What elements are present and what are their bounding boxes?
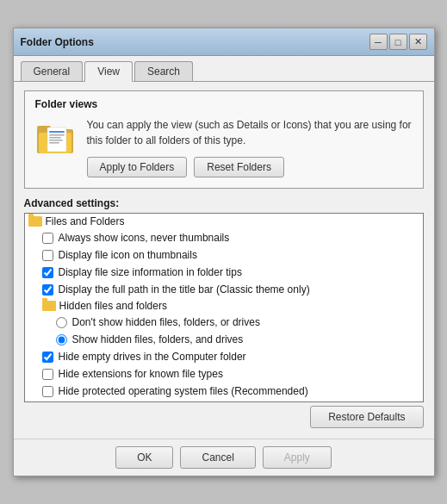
- display-full-path-label: Display the full path in the title bar (…: [59, 282, 310, 297]
- list-item-hide-protected[interactable]: Hide protected operating system files (R…: [25, 383, 423, 400]
- svg-rect-4: [49, 131, 65, 133]
- hide-empty-drives-checkbox[interactable]: [42, 352, 53, 363]
- close-button[interactable]: ✕: [409, 34, 427, 50]
- always-show-icons-checkbox[interactable]: [42, 233, 53, 244]
- apply-to-folders-button[interactable]: Apply to Folders: [87, 157, 188, 177]
- list-item-launch-folder[interactable]: Launch folder windows in a separate proc…: [25, 400, 423, 402]
- folder-views-section: Folder views: [24, 90, 424, 189]
- list-item-display-full-path[interactable]: Display the full path in the title bar (…: [25, 281, 423, 298]
- tab-general[interactable]: General: [21, 61, 84, 81]
- folder-views-description: You can apply the view (such as Details …: [87, 117, 413, 177]
- hide-protected-label: Hide protected operating system files (R…: [59, 383, 308, 399]
- cancel-button[interactable]: Cancel: [180, 446, 255, 469]
- svg-rect-6: [49, 137, 61, 139]
- advanced-settings-label: Advanced settings:: [24, 197, 424, 209]
- hidden-files-label: Hidden files and folders: [59, 300, 167, 312]
- dialog-body: Folder views: [14, 82, 434, 439]
- title-bar-controls: ─ □ ✕: [369, 34, 427, 50]
- svg-rect-5: [49, 134, 65, 136]
- list-item-always-show-icons[interactable]: Always show icons, never thumbnails: [25, 229, 423, 246]
- bottom-buttons: Restore Defaults: [24, 402, 424, 430]
- minimize-button[interactable]: ─: [369, 34, 388, 50]
- display-file-size-checkbox[interactable]: [42, 267, 53, 278]
- maximize-button[interactable]: □: [389, 34, 407, 50]
- display-file-icon-checkbox[interactable]: [42, 250, 53, 261]
- list-item-dont-show-hidden[interactable]: Don't show hidden files, folders, or dri…: [25, 314, 423, 331]
- tab-bar: General View Search: [14, 56, 434, 82]
- apply-button[interactable]: Apply: [263, 446, 332, 469]
- dialog-title: Folder Options: [21, 36, 94, 48]
- display-file-icon-label: Display file icon on thumbnails: [59, 247, 197, 263]
- files-folders-label: Files and Folders: [46, 215, 125, 227]
- svg-rect-8: [49, 142, 59, 144]
- list-item-hide-extensions[interactable]: Hide extensions for known file types: [25, 365, 423, 383]
- folder-views-label: Folder views: [35, 98, 413, 110]
- folder-options-dialog: Folder Options ─ □ ✕ General View Search…: [13, 28, 435, 476]
- title-bar: Folder Options ─ □ ✕: [14, 28, 434, 56]
- svg-rect-7: [49, 140, 63, 141]
- reset-folders-button[interactable]: Reset Folders: [194, 157, 284, 177]
- list-item-show-hidden[interactable]: Show hidden files, folders, and drives: [25, 331, 423, 348]
- launch-folder-label: Launch folder windows in a separate proc…: [59, 401, 265, 402]
- hidden-files-folder-icon: [42, 301, 56, 311]
- folder-icon-small: [28, 216, 42, 227]
- always-show-icons-label: Always show icons, never thumbnails: [59, 230, 230, 246]
- display-file-size-label: Display file size information in folder …: [59, 264, 242, 280]
- show-hidden-radio[interactable]: [56, 334, 67, 345]
- display-full-path-checkbox[interactable]: [42, 284, 53, 296]
- list-item-display-file-size[interactable]: Display file size information in folder …: [25, 264, 423, 281]
- folder-views-text: You can apply the view (such as Details …: [87, 117, 413, 148]
- folder-views-buttons: Apply to Folders Reset Folders: [87, 157, 413, 177]
- restore-defaults-button[interactable]: Restore Defaults: [310, 406, 423, 428]
- show-hidden-label: Show hidden files, folders, and drives: [72, 332, 244, 347]
- tab-search[interactable]: Search: [134, 61, 193, 81]
- ok-button[interactable]: OK: [115, 446, 173, 469]
- hide-extensions-checkbox[interactable]: [42, 369, 53, 380]
- list-item-files-folders-header: Files and Folders: [25, 214, 423, 229]
- tab-view[interactable]: View: [84, 61, 133, 82]
- list-item-display-file-icon[interactable]: Display file icon on thumbnails: [25, 246, 423, 264]
- dialog-footer: OK Cancel Apply: [14, 439, 434, 476]
- folder-views-content: You can apply the view (such as Details …: [35, 117, 413, 177]
- dont-show-hidden-label: Don't show hidden files, folders, or dri…: [72, 314, 260, 330]
- hide-empty-drives-label: Hide empty drives in the Computer folder: [59, 349, 246, 364]
- list-item-hidden-files-header: Hidden files and folders: [25, 298, 423, 314]
- folder-icon: [35, 117, 77, 159]
- advanced-settings-list[interactable]: Files and Folders Always show icons, nev…: [24, 213, 424, 402]
- dont-show-hidden-radio[interactable]: [56, 317, 67, 328]
- hide-protected-checkbox[interactable]: [42, 386, 53, 397]
- list-item-hide-empty-drives[interactable]: Hide empty drives in the Computer folder: [25, 348, 423, 365]
- hide-extensions-label: Hide extensions for known file types: [59, 366, 223, 382]
